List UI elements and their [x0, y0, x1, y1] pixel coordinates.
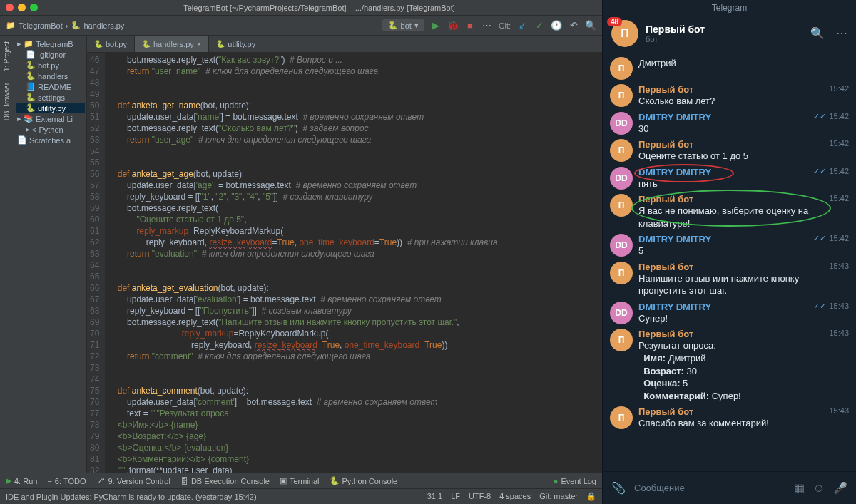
- message[interactable]: DDDMITRY DMITRY30✓✓15:42: [610, 112, 849, 135]
- tab-handlers[interactable]: 🐍handlers.py ×: [135, 36, 209, 52]
- msg-avatar: DD: [610, 112, 633, 135]
- msg-avatar: П: [610, 57, 633, 80]
- more-icon[interactable]: ⋯: [482, 20, 493, 31]
- chat-avatar[interactable]: 48 П: [611, 20, 638, 47]
- more-icon[interactable]: ⋯: [836, 26, 847, 40]
- indent[interactable]: 4 spaces: [499, 492, 531, 501]
- play-icon[interactable]: ▶: [430, 20, 442, 31]
- msg-time: ✓✓15:43: [813, 302, 849, 325]
- ide-window: TelegramBot [~/PycharmProjects/TelegramB…: [0, 0, 602, 504]
- msg-text: Результат опроса: Имя: Дмитрий Возраст: …: [638, 339, 823, 402]
- breadcrumb-root[interactable]: TelegramBot: [19, 21, 63, 30]
- tree-scratches[interactable]: 📄 Scratches a: [16, 135, 85, 145]
- message[interactable]: ППервый ботНапишите отзыв или нажмите кн…: [610, 262, 849, 297]
- attach-icon[interactable]: 📎: [611, 481, 626, 495]
- git-branch[interactable]: Git: master: [539, 492, 578, 501]
- chat-name[interactable]: Первый бот: [646, 24, 705, 35]
- msg-sender: DMITRY DMITRY: [638, 302, 807, 312]
- tab-pyconsole[interactable]: 🐍 Python Console: [330, 476, 398, 485]
- side-tab-db[interactable]: DB Browser: [1, 77, 12, 126]
- breadcrumb: 📁 TelegramBot › 🐍 handlers.py: [6, 21, 124, 30]
- msg-text: Я вас не понимаю, выберите оценку на кла…: [638, 205, 823, 230]
- project-tree: ▸ 📁 TelegramB 📄 .gitignor 🐍 bot.py 🐍 han…: [14, 36, 87, 473]
- message[interactable]: ППервый ботРезультат опроса: Имя: Дмитри…: [610, 329, 849, 402]
- update-icon[interactable]: ↙: [516, 20, 528, 31]
- msg-avatar: П: [610, 84, 633, 107]
- message[interactable]: ППервый ботСколько вам лет?15:42: [610, 84, 849, 108]
- tg-header: 48 П Первый бот бот 🔍 ⋯: [603, 16, 856, 51]
- tree-item-selected[interactable]: 🐍 utility.py: [16, 103, 85, 113]
- minimize-icon[interactable]: [18, 4, 26, 11]
- message-input-bar: 📎 Сообщение ▦ ☺ 🎤: [603, 471, 856, 504]
- voice-icon[interactable]: 🎤: [833, 481, 847, 495]
- side-tab-project[interactable]: 1: Project: [1, 36, 12, 77]
- search-icon[interactable]: 🔍: [585, 20, 596, 31]
- tab-botpy[interactable]: 🐍bot.py: [87, 36, 135, 52]
- navbar: 📁 TelegramBot › 🐍 handlers.py 🐍bot▾ ▶ 🐞 …: [0, 16, 602, 36]
- code-body[interactable]: bot.message.reply_text("Как вас зовут?")…: [105, 53, 602, 473]
- python-icon: 🐍: [71, 21, 81, 30]
- tree-item[interactable]: 🐍 bot.py: [16, 60, 85, 71]
- message[interactable]: ПДмитрий: [610, 57, 849, 80]
- editor-tabs: 🐍bot.py 🐍handlers.py × 🐍utility.py: [87, 36, 602, 53]
- tab-terminal[interactable]: ▣ Terminal: [280, 476, 320, 485]
- close-icon[interactable]: [6, 4, 14, 11]
- sticker-icon[interactable]: ▦: [794, 481, 805, 495]
- msg-sender: DMITRY DMITRY: [638, 167, 807, 178]
- tree-root[interactable]: ▸ 📁 TelegramB: [16, 38, 85, 49]
- msg-time: 15:43: [829, 262, 849, 297]
- message[interactable]: DDDMITRY DMITRYСупер!✓✓15:43: [610, 302, 849, 325]
- msg-text: Оцените статью от 1 до 5: [638, 150, 823, 163]
- breadcrumb-file[interactable]: handlers.py: [83, 21, 124, 30]
- msg-text: Напишите отзыв или нажмите кнопку пропус…: [638, 272, 823, 297]
- tree-item[interactable]: 🐍 handlers: [16, 71, 85, 81]
- commit-icon[interactable]: ✓: [534, 20, 545, 31]
- msg-avatar: П: [610, 194, 633, 217]
- tg-title: Telegram: [603, 0, 856, 16]
- message[interactable]: ППервый ботСпасибо вам за комментарий!15…: [610, 406, 849, 430]
- history-icon[interactable]: 🕐: [551, 20, 562, 31]
- msg-avatar: DD: [610, 302, 633, 324]
- message[interactable]: DDDMITRY DMITRYпять✓✓15:42: [610, 167, 849, 190]
- tab-db-console[interactable]: 🗄 DB Execution Console: [180, 477, 270, 485]
- msg-time: 15:42: [829, 194, 849, 230]
- tab-vcs[interactable]: ⎇ 9: Version Control: [96, 476, 170, 485]
- msg-text: Спасибо вам за комментарий!: [638, 417, 823, 430]
- msg-time: 15:43: [829, 329, 849, 402]
- stop-icon[interactable]: ■: [464, 20, 476, 31]
- messages-list[interactable]: ПДмитрийППервый ботСколько вам лет?15:42…: [603, 51, 856, 471]
- msg-text: 30: [638, 123, 807, 135]
- tree-item[interactable]: ▸ < Python: [16, 124, 85, 135]
- search-icon[interactable]: 🔍: [810, 26, 825, 40]
- message[interactable]: ППервый ботОцените статью от 1 до 515:42: [610, 139, 849, 163]
- emoji-icon[interactable]: ☺: [813, 482, 825, 495]
- tab-utility[interactable]: 🐍utility.py: [209, 36, 263, 52]
- message[interactable]: ППервый ботЯ вас не понимаю, выберите оц…: [610, 194, 849, 230]
- tree-item[interactable]: 📘 README: [16, 81, 85, 92]
- message-input[interactable]: Сообщение: [634, 483, 785, 493]
- msg-avatar: DD: [610, 167, 633, 190]
- folder-icon: 📁: [6, 21, 16, 30]
- left-side-tabs: 1: Project DB Browser: [0, 36, 14, 473]
- msg-avatar: П: [610, 329, 633, 351]
- event-log[interactable]: ● Event Log: [554, 477, 596, 485]
- caret-position[interactable]: 31:1: [427, 492, 442, 501]
- tree-item[interactable]: 📄 .gitignor: [16, 49, 85, 60]
- msg-sender: DMITRY DMITRY: [638, 112, 807, 123]
- lock-icon[interactable]: 🔒: [586, 492, 596, 501]
- revert-icon[interactable]: ↶: [568, 20, 579, 31]
- debug-icon[interactable]: 🐞: [447, 20, 459, 31]
- encoding[interactable]: UTF-8: [469, 492, 491, 501]
- line-separator[interactable]: LF: [451, 492, 460, 501]
- msg-sender: Первый бот: [638, 84, 823, 95]
- tree-external[interactable]: ▸ 📚 External Li: [16, 113, 85, 124]
- run-config-select[interactable]: 🐍bot▾: [382, 19, 424, 31]
- tab-todo[interactable]: ≡ 6: TODO: [47, 477, 86, 485]
- message[interactable]: DDDMITRY DMITRY5✓✓15:42: [610, 234, 849, 257]
- maximize-icon[interactable]: [30, 4, 38, 11]
- tree-item[interactable]: 🐍 settings: [16, 92, 85, 103]
- code-editor[interactable]: 4647484950515253545556575859606162636465…: [87, 53, 602, 473]
- msg-sender: Первый бот: [638, 329, 823, 339]
- msg-avatar: П: [610, 262, 633, 284]
- tab-run[interactable]: ▶4: Run: [6, 476, 37, 485]
